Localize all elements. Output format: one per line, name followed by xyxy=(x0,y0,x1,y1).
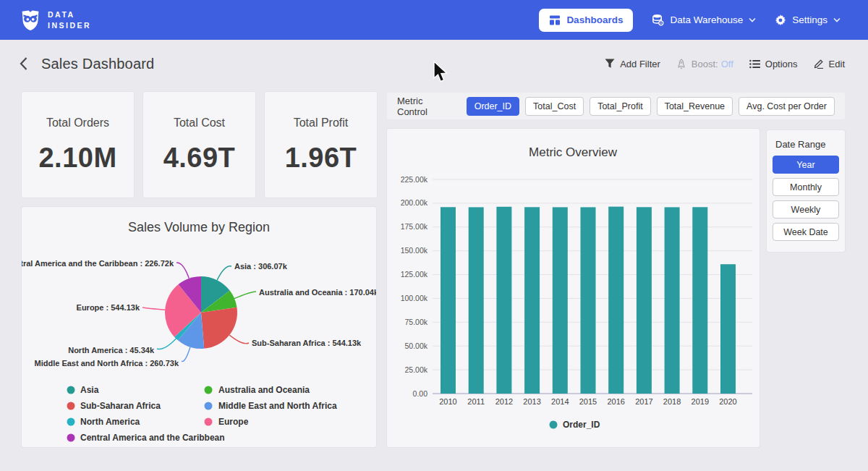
edit-button[interactable]: Edit xyxy=(814,59,845,69)
pie-label-leader xyxy=(217,266,231,280)
chevron-down-icon xyxy=(749,17,756,22)
pie-label-leader xyxy=(157,339,176,349)
bar[interactable] xyxy=(553,207,568,394)
legend-label: Australia and Oceania xyxy=(218,385,310,395)
metric-option-total-cost[interactable]: Total_Cost xyxy=(525,97,584,116)
pie-label-leader xyxy=(182,347,190,362)
filter-funnel-icon xyxy=(605,59,615,69)
date-range-year[interactable]: Year xyxy=(773,156,839,174)
y-axis-tick: 50.00k xyxy=(404,341,427,350)
date-range-weekly[interactable]: Weekly xyxy=(773,200,839,218)
x-axis-tick: 2013 xyxy=(523,397,540,406)
legend-label: Middle East and North Africa xyxy=(218,401,337,411)
gear-icon xyxy=(775,14,786,26)
pie-label-leader xyxy=(234,292,256,299)
pie-chart-title: Sales Volume by Region xyxy=(22,220,376,235)
bar[interactable] xyxy=(496,207,511,394)
boost-label: Boost: xyxy=(692,59,718,69)
pie-slice-label: Australia and Oceania : 170.04k xyxy=(259,288,376,297)
bar-chart[interactable]: Metric Overview0.0025.00k50.00k75.00k100… xyxy=(387,129,760,447)
kpi-value: 1.96T xyxy=(285,143,357,174)
x-axis-tick: 2018 xyxy=(663,397,681,406)
pie-slice-label: Europe : 544.13k xyxy=(77,303,140,312)
legend-label: Order_ID xyxy=(563,420,600,430)
metric-option-order-id[interactable]: Order_ID xyxy=(467,97,519,116)
boost-toggle[interactable]: Boost:Off xyxy=(676,59,733,69)
chevron-left-icon xyxy=(19,56,28,71)
kpi-label: Total Cost xyxy=(174,116,225,130)
pie-slice-label: Sub-Saharan Africa : 544.13k xyxy=(252,339,362,347)
x-axis-tick: 2020 xyxy=(719,397,736,406)
options-label: Options xyxy=(765,59,798,69)
date-range-week-date[interactable]: Week Date xyxy=(773,223,839,241)
bar[interactable] xyxy=(581,207,596,394)
add-filter-label: Add Filter xyxy=(620,59,660,69)
dashboards-button[interactable]: Dashboards xyxy=(539,9,633,32)
sales-dashboard-page: DATA INSIDER Dashboards xyxy=(0,0,868,471)
legend-label: North America xyxy=(80,417,140,427)
pie-slice[interactable] xyxy=(201,307,237,349)
metric-option-avg-cost[interactable]: Avg. Cost per Order xyxy=(739,97,835,116)
x-axis-tick: 2019 xyxy=(692,397,709,406)
pencil-icon xyxy=(814,59,824,69)
metric-option-total-revenue[interactable]: Total_Revenue xyxy=(657,97,733,116)
legend-label: Sub-Saharan Africa xyxy=(80,401,161,411)
y-axis-tick: 225.00k xyxy=(401,175,428,184)
bar[interactable] xyxy=(637,207,652,394)
legend-dot xyxy=(550,421,558,429)
y-axis-tick: 200.00k xyxy=(401,198,428,207)
back-button[interactable] xyxy=(19,56,28,71)
bar[interactable] xyxy=(524,207,540,394)
metric-control-bar: Metric Control Order_ID Total_Cost Total… xyxy=(387,93,845,119)
pie-slice-label: Asia : 306.07k xyxy=(234,262,288,271)
metric-option-total-profit[interactable]: Total_Profit xyxy=(590,97,651,116)
kpi-label: Total Profit xyxy=(294,116,349,130)
x-axis-tick: 2015 xyxy=(579,397,597,406)
bar[interactable] xyxy=(692,207,707,394)
x-axis-tick: 2011 xyxy=(467,397,485,406)
options-button[interactable]: Options xyxy=(749,59,798,69)
legend-label: Central America and the Caribbean xyxy=(80,433,225,443)
bar[interactable] xyxy=(608,207,624,394)
legend-dot xyxy=(67,402,75,410)
list-options-icon xyxy=(749,59,760,69)
x-axis-tick: 2017 xyxy=(635,397,652,406)
kpi-value: 2.10M xyxy=(38,143,116,174)
bar-chart-title: Metric Overview xyxy=(529,145,618,159)
pie-chart[interactable]: Asia : 306.07kAustralia and Oceania : 17… xyxy=(22,207,376,447)
x-axis-tick: 2010 xyxy=(439,397,456,406)
date-range-monthly[interactable]: Monthly xyxy=(773,178,839,196)
kpi-card-total-cost: Total Cost 4.69T xyxy=(143,92,255,198)
top-navigation-bar: DATA INSIDER Dashboards xyxy=(0,0,868,40)
y-axis-tick: 0.00 xyxy=(413,389,428,398)
bar[interactable] xyxy=(665,207,680,394)
boost-state: Off xyxy=(721,59,733,69)
app-logo: DATA INSIDER xyxy=(20,9,91,32)
bar-chart-card: Metric Overview0.0025.00k50.00k75.00k100… xyxy=(387,129,760,447)
date-range-panel: Date Range Year Monthly Weekly Week Date xyxy=(767,130,845,252)
bar[interactable] xyxy=(469,207,484,394)
legend-label: Asia xyxy=(80,385,99,395)
bar[interactable] xyxy=(720,264,736,394)
y-axis-tick: 125.00k xyxy=(401,270,428,279)
add-filter-button[interactable]: Add Filter xyxy=(605,59,660,69)
chevron-down-icon xyxy=(833,17,841,22)
kpi-label: Total Orders xyxy=(46,116,109,130)
kpi-card-total-orders: Total Orders 2.10M xyxy=(22,92,134,198)
y-axis-tick: 175.00k xyxy=(401,222,428,231)
settings-label: Settings xyxy=(792,14,827,25)
dashboard-grid-icon xyxy=(549,14,561,26)
settings-menu[interactable]: Settings xyxy=(775,14,841,26)
pie-label-leader xyxy=(176,263,189,279)
logo-text: DATA INSIDER xyxy=(48,9,91,30)
pie-label-leader xyxy=(142,307,165,310)
database-icon xyxy=(652,14,664,26)
data-warehouse-menu[interactable]: Data Warehouse xyxy=(652,14,756,26)
rocket-icon xyxy=(676,59,686,69)
edit-label: Edit xyxy=(829,59,845,69)
pie-slice-label: Central America and the Caribbean : 226.… xyxy=(22,259,174,268)
dashboards-label: Dashboards xyxy=(566,14,623,25)
kpi-value: 4.69T xyxy=(163,143,236,174)
bar[interactable] xyxy=(441,207,456,394)
page-title: Sales Dashboard xyxy=(41,56,154,72)
